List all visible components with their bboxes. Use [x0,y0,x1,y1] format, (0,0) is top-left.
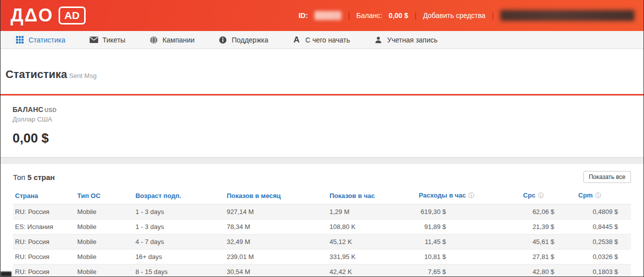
column-label: Показов в час [330,192,375,200]
column-header-country[interactable]: Страна [13,188,75,204]
table-row: RU: РоссияMobile4 - 7 days32,49 M45,12 K… [13,234,631,250]
table-cell-os-type: Mobile [75,220,133,234]
column-header-impressions-hour[interactable]: Показов в час [328,188,417,204]
nav-item-tickets[interactable]: Тикеты [90,36,126,44]
nav-item-support[interactable]: Поддержка [219,36,268,44]
separator: | [492,12,494,20]
table-cell-cpm: 0,4809 $ [576,204,631,220]
nav-label: Статистика [29,36,66,44]
table-cell-impressions-hour: 331,95 K [328,250,417,264]
table-cell-cpc: 45,61 $ [521,234,576,250]
table-cell-cpc: 62,06 $ [521,204,576,220]
dao-ad-dashboard: ДΔО AD ID: | Баланс: 0,00 $ | Добавить с… [0,0,644,277]
grid-icon [16,36,24,44]
info-icon[interactable]: ⓘ [468,192,474,199]
column-header-os-type[interactable]: Тип ОС [75,188,133,204]
table-cell-impressions-month: 239,01 M [225,250,328,264]
table-cell-impressions-hour: 45,12 K [328,234,417,250]
title-section: СтатистикаSent Msg [1,49,643,94]
table-cell-country: RU: Россия [13,264,75,277]
nav-label: Поддержка [232,36,268,44]
balance-card: БАЛАНСUSD Доллар США 0,00 $ [1,94,643,157]
page-subtitle: Sent Msg [69,72,97,80]
table-cell-spend-hour: 11,45 $ [417,234,521,250]
page-title-text: Статистика [6,68,67,80]
column-header-sub-age[interactable]: Возраст подп. [133,188,224,204]
balance-label: Баланс: [357,12,383,20]
table-card-header: Топ 5 стран Показать все [13,171,631,183]
table-cell-country: RU: Россия [13,204,75,220]
table-cell-cpc: 27,81 $ [521,250,576,264]
column-header-cpc[interactable]: Cpcⓘ [521,188,576,204]
table-cell-country: RU: Россия [13,250,75,264]
envelope-icon [90,36,98,44]
nav-label: Тикеты [103,36,126,44]
top-countries-card: Топ 5 стран Показать все СтранаТип ОСВоз… [1,164,643,277]
table-cell-country: RU: Россия [13,234,75,250]
show-all-button[interactable]: Показать все [583,171,631,183]
nav-label: С чего начать [305,36,350,44]
info-icon[interactable]: ⓘ [538,192,544,199]
table-body: RU: РоссияMobile1 - 3 days927,14 M1,29 M… [13,204,631,277]
table-cell-spend-hour: 91,89 $ [417,220,521,234]
separator: | [348,12,350,20]
account-summary-bar: ID: | Баланс: 0,00 $ | Добавить средства… [298,10,635,21]
table-cell-cpc: 21,39 $ [521,220,576,234]
table-cell-impressions-hour: 1,29 M [328,204,417,220]
balance-amount: 0,00 $ [13,130,631,146]
table-cell-impressions-month: 927,14 M [225,204,328,220]
table-cell-impressions-hour: 108,80 K [328,220,417,234]
redacted-account-blur [500,10,634,21]
table-cell-spend-hour: 10,81 $ [417,250,521,264]
id-label: ID: [298,12,308,20]
column-label: Показов в месяц [227,192,281,200]
table-cell-sub-age: 4 - 7 days [133,234,224,250]
nav-item-statistics[interactable]: Статистика [16,36,66,44]
table-cell-country: ES: Испания [13,220,75,234]
column-label: Страна [15,192,38,200]
column-label: Cpc [523,192,536,199]
table-cell-sub-age: 1 - 3 days [133,220,224,234]
nav-label: Учетная запись [387,36,438,44]
currency-code: USD [45,107,57,113]
column-header-impressions-month[interactable]: Показов в месяц [225,188,328,204]
table-title: Топ 5 стран [13,173,55,182]
currency-name: Доллар США [13,116,631,123]
table-cell-os-type: Mobile [75,250,133,264]
user-icon [374,36,383,44]
table-cell-impressions-hour: 42,42 K [328,264,417,277]
table-row: ES: ИспанияMobile1 - 3 days78,34 M108,80… [13,220,631,234]
dao-ad-logo[interactable]: ДΔО AD [9,6,86,24]
top-header-bar: ДΔО AD ID: | Баланс: 0,00 $ | Добавить с… [1,0,643,31]
add-funds-link[interactable]: Добавить средства [423,12,486,20]
table-cell-sub-age: 1 - 3 days [133,204,224,220]
column-label: Тип ОС [77,192,100,200]
nav-item-campaigns[interactable]: Кампании [149,36,194,44]
table-cell-impressions-month: 78,34 M [225,220,328,234]
table-title-prefix: Топ [13,173,25,182]
table-cell-os-type: Mobile [75,234,133,250]
globe-icon [149,36,158,44]
table-row: RU: РоссияMobile8 - 15 days30,54 M42,42 … [13,264,631,277]
table-cell-sub-age: 16+ days [133,250,224,264]
table-cell-impressions-month: 30,54 M [225,264,328,277]
table-header-row: СтранаТип ОСВозраст подп.Показов в месяц… [13,188,631,204]
table-row: RU: РоссияMobile1 - 3 days927,14 M1,29 M… [13,204,631,220]
column-header-cpm[interactable]: Cpmⓘ [576,188,631,204]
table-title-bold: 5 стран [28,173,55,182]
logo-text: ДΔО [11,6,54,24]
page-title: СтатистикаSent Msg [6,68,643,81]
letter-a-icon: A [292,36,301,44]
column-label: Cpm [578,192,593,199]
column-header-spend-hour[interactable]: Расходы в часⓘ [417,188,521,204]
column-label: Расходы в час [419,192,466,199]
table-cell-spend-hour: 619,30 $ [417,204,521,220]
table-row: RU: РоссияMobile16+ days239,01 M331,95 K… [13,250,631,264]
logo-ad-badge: AD [59,6,86,24]
nav-item-getting-started[interactable]: A С чего начать [292,36,350,44]
nav-item-account[interactable]: Учетная запись [374,36,438,44]
info-circle-icon [219,36,227,44]
table-cell-spend-hour: 7,65 $ [417,264,521,277]
info-icon[interactable]: ⓘ [595,192,601,199]
balance-card-title: БАЛАНСUSD [13,106,631,114]
